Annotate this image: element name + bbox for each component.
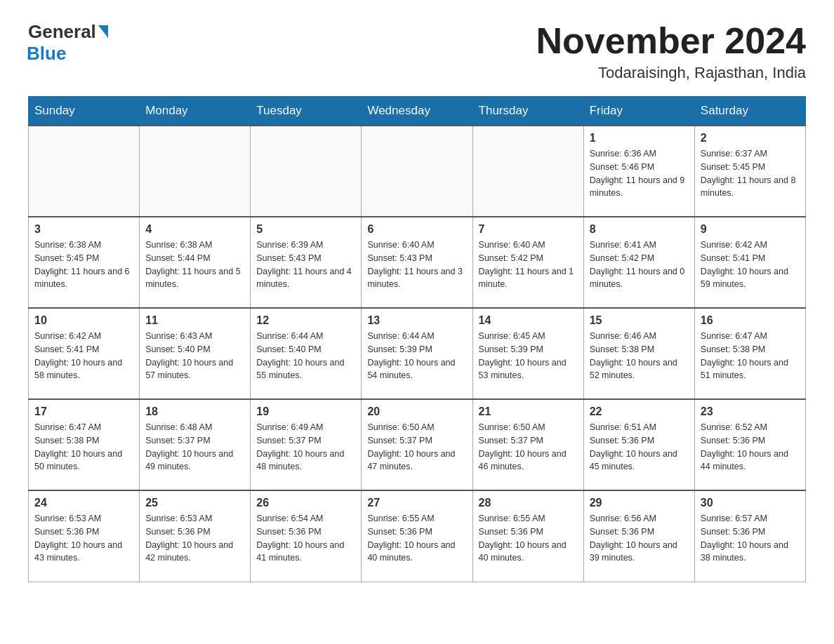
week-row-2: 3Sunrise: 6:38 AM Sunset: 5:45 PM Daylig…: [29, 217, 806, 308]
day-number: 19: [256, 405, 355, 418]
day-info: Sunrise: 6:41 AM Sunset: 5:42 PM Dayligh…: [590, 239, 689, 291]
day-info: Sunrise: 6:44 AM Sunset: 5:40 PM Dayligh…: [256, 330, 355, 382]
day-number: 21: [479, 405, 578, 418]
calendar-cell: 11Sunrise: 6:43 AM Sunset: 5:40 PM Dayli…: [140, 308, 251, 399]
day-info: Sunrise: 6:50 AM Sunset: 5:37 PM Dayligh…: [367, 421, 466, 474]
day-number: 26: [256, 497, 355, 509]
calendar-cell: 22Sunrise: 6:51 AM Sunset: 5:36 PM Dayli…: [583, 399, 694, 490]
day-number: 10: [34, 314, 133, 327]
day-info: Sunrise: 6:52 AM Sunset: 5:36 PM Dayligh…: [701, 421, 800, 474]
day-number: 23: [701, 405, 800, 418]
calendar-cell: 27Sunrise: 6:55 AM Sunset: 5:36 PM Dayli…: [362, 490, 472, 582]
calendar-cell: [362, 126, 472, 217]
calendar-cell: 20Sunrise: 6:50 AM Sunset: 5:37 PM Dayli…: [362, 399, 472, 490]
day-number: 20: [367, 405, 466, 418]
weekday-header-friday: Friday: [583, 97, 694, 126]
calendar-cell: 7Sunrise: 6:40 AM Sunset: 5:42 PM Daylig…: [472, 217, 583, 308]
calendar-cell: 21Sunrise: 6:50 AM Sunset: 5:37 PM Dayli…: [472, 399, 583, 490]
calendar-cell: 26Sunrise: 6:54 AM Sunset: 5:36 PM Dayli…: [251, 490, 362, 582]
day-info: Sunrise: 6:40 AM Sunset: 5:43 PM Dayligh…: [367, 239, 466, 291]
calendar-cell: 18Sunrise: 6:48 AM Sunset: 5:37 PM Dayli…: [140, 399, 251, 490]
day-number: 12: [256, 314, 355, 327]
calendar-cell: 9Sunrise: 6:42 AM Sunset: 5:41 PM Daylig…: [694, 217, 805, 308]
calendar-cell: 14Sunrise: 6:45 AM Sunset: 5:39 PM Dayli…: [472, 308, 583, 399]
weekday-header-wednesday: Wednesday: [362, 97, 472, 126]
day-number: 3: [34, 223, 133, 236]
weekday-header-tuesday: Tuesday: [251, 97, 362, 126]
day-number: 13: [367, 314, 466, 327]
day-info: Sunrise: 6:38 AM Sunset: 5:44 PM Dayligh…: [145, 239, 244, 291]
day-number: 5: [256, 223, 355, 236]
day-info: Sunrise: 6:53 AM Sunset: 5:36 PM Dayligh…: [145, 512, 244, 565]
day-info: Sunrise: 6:46 AM Sunset: 5:38 PM Dayligh…: [590, 330, 689, 382]
day-number: 27: [367, 497, 466, 509]
day-number: 29: [590, 497, 689, 509]
calendar-cell: 2Sunrise: 6:37 AM Sunset: 5:45 PM Daylig…: [694, 126, 805, 217]
logo-general-text: General: [28, 21, 96, 43]
calendar-cell: [29, 126, 140, 217]
calendar-cell: 28Sunrise: 6:55 AM Sunset: 5:36 PM Dayli…: [472, 490, 583, 582]
calendar-cell: 8Sunrise: 6:41 AM Sunset: 5:42 PM Daylig…: [583, 217, 694, 308]
day-number: 30: [701, 497, 800, 509]
calendar-cell: 23Sunrise: 6:52 AM Sunset: 5:36 PM Dayli…: [694, 399, 805, 490]
day-number: 15: [590, 314, 689, 327]
calendar-cell: 3Sunrise: 6:38 AM Sunset: 5:45 PM Daylig…: [29, 217, 140, 308]
day-info: Sunrise: 6:40 AM Sunset: 5:42 PM Dayligh…: [479, 239, 578, 291]
day-number: 22: [590, 405, 689, 418]
month-title: November 2024: [536, 21, 806, 61]
calendar-cell: 12Sunrise: 6:44 AM Sunset: 5:40 PM Dayli…: [251, 308, 362, 399]
day-info: Sunrise: 6:49 AM Sunset: 5:37 PM Dayligh…: [256, 421, 355, 474]
day-info: Sunrise: 6:44 AM Sunset: 5:39 PM Dayligh…: [367, 330, 466, 382]
day-number: 7: [479, 223, 578, 236]
day-info: Sunrise: 6:42 AM Sunset: 5:41 PM Dayligh…: [34, 330, 133, 382]
day-number: 28: [479, 497, 578, 509]
week-row-4: 17Sunrise: 6:47 AM Sunset: 5:38 PM Dayli…: [29, 399, 806, 490]
calendar-cell: 19Sunrise: 6:49 AM Sunset: 5:37 PM Dayli…: [251, 399, 362, 490]
day-number: 2: [701, 132, 800, 145]
day-number: 1: [590, 132, 689, 145]
calendar-cell: 16Sunrise: 6:47 AM Sunset: 5:38 PM Dayli…: [694, 308, 805, 399]
day-info: Sunrise: 6:50 AM Sunset: 5:37 PM Dayligh…: [479, 421, 578, 474]
calendar-cell: 24Sunrise: 6:53 AM Sunset: 5:36 PM Dayli…: [29, 490, 140, 582]
calendar-cell: 15Sunrise: 6:46 AM Sunset: 5:38 PM Dayli…: [583, 308, 694, 399]
weekday-header-monday: Monday: [140, 97, 251, 126]
calendar-cell: 10Sunrise: 6:42 AM Sunset: 5:41 PM Dayli…: [29, 308, 140, 399]
day-info: Sunrise: 6:55 AM Sunset: 5:36 PM Dayligh…: [479, 512, 578, 565]
day-number: 6: [367, 223, 466, 236]
day-number: 17: [34, 405, 133, 418]
day-info: Sunrise: 6:37 AM Sunset: 5:45 PM Dayligh…: [701, 147, 800, 200]
day-number: 18: [145, 405, 244, 418]
logo-triangle-icon: [98, 25, 108, 38]
calendar-cell: 1Sunrise: 6:36 AM Sunset: 5:46 PM Daylig…: [583, 126, 694, 217]
calendar-cell: [472, 126, 583, 217]
calendar-cell: 13Sunrise: 6:44 AM Sunset: 5:39 PM Dayli…: [362, 308, 472, 399]
day-info: Sunrise: 6:45 AM Sunset: 5:39 PM Dayligh…: [479, 330, 578, 382]
calendar-cell: 25Sunrise: 6:53 AM Sunset: 5:36 PM Dayli…: [140, 490, 251, 582]
calendar-cell: 5Sunrise: 6:39 AM Sunset: 5:43 PM Daylig…: [251, 217, 362, 308]
day-number: 4: [145, 223, 244, 236]
calendar-cell: 6Sunrise: 6:40 AM Sunset: 5:43 PM Daylig…: [362, 217, 472, 308]
week-row-1: 1Sunrise: 6:36 AM Sunset: 5:46 PM Daylig…: [29, 126, 806, 217]
day-info: Sunrise: 6:42 AM Sunset: 5:41 PM Dayligh…: [701, 239, 800, 291]
calendar-cell: 29Sunrise: 6:56 AM Sunset: 5:36 PM Dayli…: [583, 490, 694, 582]
day-info: Sunrise: 6:47 AM Sunset: 5:38 PM Dayligh…: [701, 330, 800, 382]
title-area: November 2024 Todaraisingh, Rajasthan, I…: [536, 21, 806, 82]
logo-blue-text: Blue: [27, 43, 66, 65]
weekday-header-saturday: Saturday: [694, 97, 805, 126]
week-row-3: 10Sunrise: 6:42 AM Sunset: 5:41 PM Dayli…: [29, 308, 806, 399]
day-info: Sunrise: 6:47 AM Sunset: 5:38 PM Dayligh…: [34, 421, 133, 474]
day-number: 25: [145, 497, 244, 509]
calendar-cell: [251, 126, 362, 217]
day-number: 14: [479, 314, 578, 327]
day-info: Sunrise: 6:48 AM Sunset: 5:37 PM Dayligh…: [145, 421, 244, 474]
day-number: 9: [701, 223, 800, 236]
day-info: Sunrise: 6:55 AM Sunset: 5:36 PM Dayligh…: [367, 512, 466, 565]
day-info: Sunrise: 6:57 AM Sunset: 5:36 PM Dayligh…: [701, 512, 800, 565]
day-info: Sunrise: 6:51 AM Sunset: 5:36 PM Dayligh…: [590, 421, 689, 474]
weekday-header-thursday: Thursday: [472, 97, 583, 126]
day-info: Sunrise: 6:36 AM Sunset: 5:46 PM Dayligh…: [590, 147, 689, 200]
location-subtitle: Todaraisingh, Rajasthan, India: [536, 64, 806, 82]
day-info: Sunrise: 6:56 AM Sunset: 5:36 PM Dayligh…: [590, 512, 689, 565]
day-number: 16: [701, 314, 800, 327]
day-number: 11: [145, 314, 244, 327]
